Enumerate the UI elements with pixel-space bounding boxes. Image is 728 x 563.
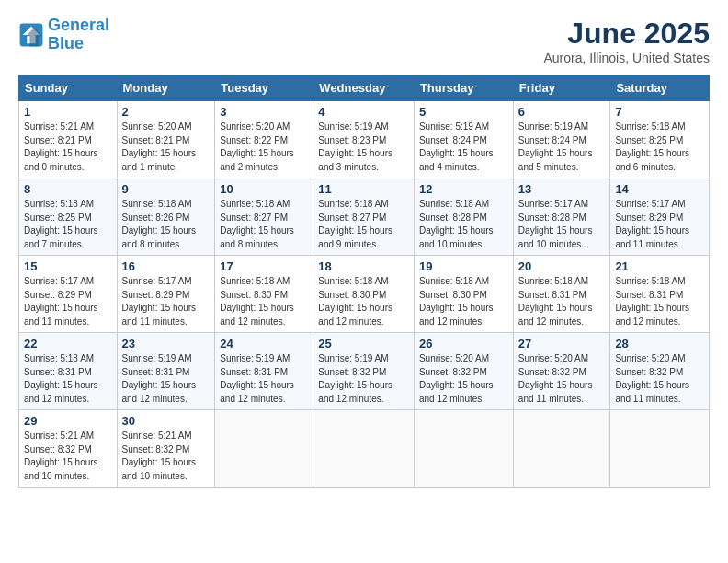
day-number: 4 [318,105,409,119]
sunset-label: Sunset: 8:29 PM [615,213,683,223]
daylight-label: Daylight: 15 hours and 10 minutes. [518,225,593,249]
sunrise-label: Sunrise: 5:19 AM [122,353,192,363]
day-number: 22 [24,337,112,350]
sunset-label: Sunset: 8:22 PM [220,135,288,145]
calendar-cell: 12 Sunrise: 5:18 AM Sunset: 8:28 PM Dayl… [414,178,513,256]
daylight-label: Daylight: 15 hours and 7 minutes. [24,225,98,249]
day-number: 25 [318,337,409,350]
sunrise-label: Sunrise: 5:19 AM [518,121,588,132]
daylight-label: Daylight: 15 hours and 12 minutes. [419,380,494,404]
day-info: Sunrise: 5:19 AM Sunset: 8:23 PM Dayligh… [318,121,409,174]
day-number: 9 [122,182,210,196]
sunset-label: Sunset: 8:28 PM [419,213,487,223]
sunset-label: Sunset: 8:23 PM [318,135,386,145]
calendar-cell [513,410,610,488]
sunrise-label: Sunrise: 5:21 AM [122,431,192,441]
day-number: 18 [318,259,409,273]
sunrise-label: Sunrise: 5:18 AM [220,276,290,286]
day-info: Sunrise: 5:21 AM Sunset: 8:32 PM Dayligh… [122,430,210,483]
day-info: Sunrise: 5:20 AM Sunset: 8:22 PM Dayligh… [220,121,308,174]
col-thursday: Thursday [414,75,513,101]
sunrise-label: Sunrise: 5:19 AM [318,353,388,363]
sunset-label: Sunset: 8:32 PM [122,444,190,454]
day-number: 24 [220,337,308,350]
calendar-cell: 30 Sunrise: 5:21 AM Sunset: 8:32 PM Dayl… [117,410,215,488]
col-wednesday: Wednesday [313,75,415,101]
calendar-cell: 7 Sunrise: 5:18 AM Sunset: 8:25 PM Dayli… [610,101,710,178]
calendar-cell: 16 Sunrise: 5:17 AM Sunset: 8:29 PM Dayl… [117,256,215,333]
day-number: 21 [615,259,704,273]
daylight-label: Daylight: 15 hours and 10 minutes. [24,457,98,481]
sunset-label: Sunset: 8:27 PM [318,213,386,223]
day-info: Sunrise: 5:18 AM Sunset: 8:28 PM Dayligh… [419,198,508,251]
col-saturday: Saturday [610,75,710,101]
daylight-label: Daylight: 15 hours and 11 minutes. [518,380,593,404]
sunset-label: Sunset: 8:32 PM [518,367,586,377]
sunrise-label: Sunrise: 5:20 AM [419,353,489,363]
day-number: 29 [24,414,112,428]
daylight-label: Daylight: 15 hours and 4 minutes. [419,148,494,172]
calendar-cell: 6 Sunrise: 5:19 AM Sunset: 8:24 PM Dayli… [513,101,610,178]
calendar-cell [313,410,415,488]
day-info: Sunrise: 5:18 AM Sunset: 8:31 PM Dayligh… [518,275,606,328]
day-info: Sunrise: 5:18 AM Sunset: 8:25 PM Dayligh… [615,121,704,174]
sunset-label: Sunset: 8:29 PM [122,290,190,300]
daylight-label: Daylight: 15 hours and 3 minutes. [318,148,392,172]
sunrise-label: Sunrise: 5:17 AM [615,199,685,209]
sunset-label: Sunset: 8:31 PM [24,367,92,377]
sunrise-label: Sunrise: 5:21 AM [24,431,94,441]
sunset-label: Sunset: 8:28 PM [518,213,586,223]
main-title: June 2025 [543,17,710,51]
sunrise-label: Sunrise: 5:18 AM [318,276,388,286]
sunrise-label: Sunrise: 5:19 AM [318,121,388,132]
day-info: Sunrise: 5:19 AM Sunset: 8:31 PM Dayligh… [220,352,308,406]
day-number: 17 [220,259,308,273]
daylight-label: Daylight: 15 hours and 12 minutes. [220,380,294,404]
day-info: Sunrise: 5:18 AM Sunset: 8:31 PM Dayligh… [24,352,112,406]
sunrise-label: Sunrise: 5:18 AM [518,276,588,286]
sunset-label: Sunset: 8:21 PM [24,135,92,145]
calendar-week-5: 29 Sunrise: 5:21 AM Sunset: 8:32 PM Dayl… [19,410,710,488]
calendar-cell: 26 Sunrise: 5:20 AM Sunset: 8:32 PM Dayl… [414,333,513,410]
daylight-label: Daylight: 15 hours and 10 minutes. [419,225,494,249]
calendar-week-3: 15 Sunrise: 5:17 AM Sunset: 8:29 PM Dayl… [19,256,710,333]
calendar-cell [215,410,313,488]
col-monday: Monday [117,75,215,101]
calendar-cell: 8 Sunrise: 5:18 AM Sunset: 8:25 PM Dayli… [19,178,118,256]
calendar-table: Sunday Monday Tuesday Wednesday Thursday… [18,75,710,488]
day-number: 6 [518,105,606,119]
day-number: 30 [122,414,210,428]
calendar-cell: 11 Sunrise: 5:18 AM Sunset: 8:27 PM Dayl… [313,178,415,256]
day-info: Sunrise: 5:17 AM Sunset: 8:29 PM Dayligh… [122,275,210,328]
calendar-cell: 23 Sunrise: 5:19 AM Sunset: 8:31 PM Dayl… [117,333,215,410]
daylight-label: Daylight: 15 hours and 11 minutes. [615,380,689,404]
sunset-label: Sunset: 8:26 PM [122,213,190,223]
calendar-cell: 15 Sunrise: 5:17 AM Sunset: 8:29 PM Dayl… [19,256,118,333]
day-number: 5 [419,105,508,119]
daylight-label: Daylight: 15 hours and 6 minutes. [615,148,689,172]
calendar-cell: 21 Sunrise: 5:18 AM Sunset: 8:31 PM Dayl… [610,256,710,333]
sunset-label: Sunset: 8:30 PM [419,290,487,300]
daylight-label: Daylight: 15 hours and 12 minutes. [24,380,98,404]
day-info: Sunrise: 5:20 AM Sunset: 8:32 PM Dayligh… [615,352,704,406]
daylight-label: Daylight: 15 hours and 8 minutes. [122,225,197,249]
day-number: 15 [24,259,112,273]
page: General Blue June 2025 Aurora, Illinois,… [0,0,728,563]
logo-icon [18,22,44,48]
sunrise-label: Sunrise: 5:18 AM [615,276,685,286]
day-number: 26 [419,337,508,350]
sunset-label: Sunset: 8:24 PM [518,135,586,145]
daylight-label: Daylight: 15 hours and 12 minutes. [220,303,294,327]
calendar-cell: 24 Sunrise: 5:19 AM Sunset: 8:31 PM Dayl… [215,333,313,410]
sunrise-label: Sunrise: 5:17 AM [518,199,588,209]
calendar-cell: 14 Sunrise: 5:17 AM Sunset: 8:29 PM Dayl… [610,178,710,256]
calendar-cell: 13 Sunrise: 5:17 AM Sunset: 8:28 PM Dayl… [513,178,610,256]
calendar-cell: 27 Sunrise: 5:20 AM Sunset: 8:32 PM Dayl… [513,333,610,410]
sunrise-label: Sunrise: 5:20 AM [220,121,290,132]
sunrise-label: Sunrise: 5:18 AM [615,121,685,132]
calendar-week-1: 1 Sunrise: 5:21 AM Sunset: 8:21 PM Dayli… [19,101,710,178]
day-info: Sunrise: 5:18 AM Sunset: 8:27 PM Dayligh… [318,198,409,251]
sunset-label: Sunset: 8:32 PM [419,367,487,377]
daylight-label: Daylight: 15 hours and 2 minutes. [220,148,294,172]
daylight-label: Daylight: 15 hours and 12 minutes. [615,303,689,327]
